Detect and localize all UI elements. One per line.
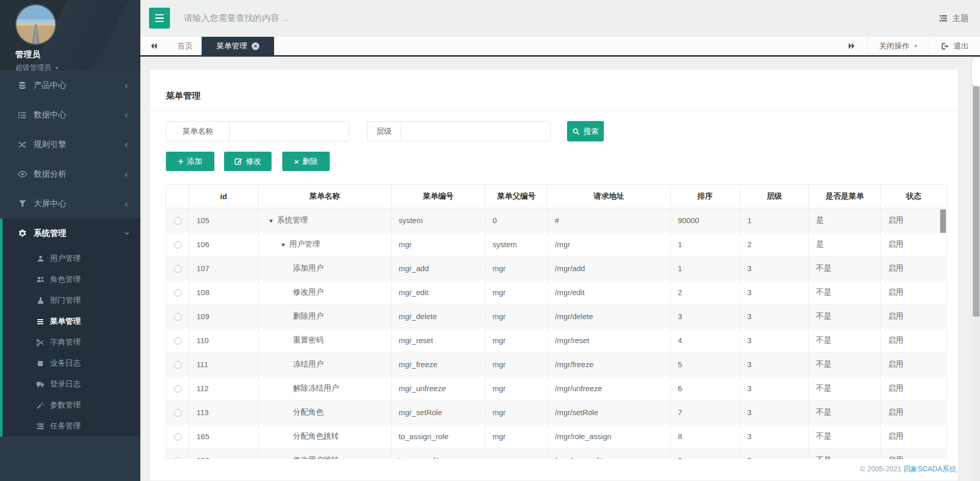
row-radio[interactable] — [174, 289, 182, 297]
cell-menu-code: system — [391, 208, 485, 232]
app-window: 管理员 超级管理员 ▼ 产品中心‹数据中心‹规则引擎‹数据分析‹大屏中心‹系统管… — [0, 0, 980, 481]
col-status: 状态 — [881, 185, 947, 208]
sidebar-item-user-management[interactable]: 用户管理 — [3, 248, 140, 269]
global-search-input[interactable] — [184, 8, 500, 29]
menu-table-container: id 菜单名称 菜单编号 菜单父编号 请求地址 排序 层级 是否是菜单 状态 1… — [166, 184, 947, 459]
cell-menu-code: mgr_add — [391, 256, 485, 280]
cell-is-menu: 不是 — [809, 376, 881, 400]
tab-close-icon[interactable]: × — [252, 42, 259, 50]
chevron-left-icon: ‹ — [124, 80, 128, 91]
avatar[interactable] — [15, 4, 56, 45]
cell-is-menu: 不是 — [809, 400, 881, 424]
tree-caret-icon[interactable]: ▼ — [280, 242, 286, 248]
table-row: 107添加用户mgr_addmgr/mgr/add13不是启用 — [166, 256, 947, 280]
cell-parent-code: mgr — [485, 424, 548, 448]
cell-id: 113 — [189, 400, 258, 424]
cell-level: 3 — [740, 280, 809, 304]
sidebar-item-data-analysis[interactable]: 数据分析‹ — [0, 159, 140, 189]
page-scrollbar-thumb[interactable] — [973, 86, 979, 317]
row-radio[interactable] — [174, 361, 182, 369]
cell-id: 111 — [189, 352, 258, 376]
row-radio[interactable] — [174, 337, 182, 345]
cell-id: 108 — [189, 280, 258, 304]
row-radio[interactable] — [174, 217, 182, 225]
row-radio[interactable] — [174, 409, 182, 417]
cell-sort: 90000 — [671, 208, 740, 232]
sidebar-item-product-center[interactable]: 产品中心‹ — [0, 70, 140, 100]
row-radio[interactable] — [174, 241, 182, 249]
cell-menu-name: 冻结用户 — [258, 352, 391, 376]
tab-menu-management[interactable]: 菜单管理 × — [202, 37, 274, 55]
sidebar-item-param-management[interactable]: 参数管理 — [3, 395, 140, 416]
hamburger-menu-button[interactable] — [149, 8, 170, 29]
row-radio[interactable] — [174, 385, 182, 393]
row-radio[interactable] — [174, 265, 182, 273]
logout-button[interactable]: 退出 — [929, 37, 980, 55]
cell-id: 105 — [189, 208, 258, 232]
road-photo — [16, 5, 55, 44]
cell-parent-code: mgr — [485, 376, 548, 400]
sidebar-item-system-management[interactable]: 系统管理‹ — [3, 219, 140, 248]
footer: © 2005-2021 四象SCADA系统 — [860, 465, 957, 474]
tabs-scroll-left-button[interactable] — [150, 37, 158, 55]
delete-button[interactable]: × 删除 — [282, 152, 330, 171]
cell-status: 启用 — [881, 304, 947, 328]
sidebar-item-business-log[interactable]: 业务日志 — [3, 353, 140, 374]
sidebar-item-task-management[interactable]: 任务管理 — [3, 416, 140, 437]
cell-id: 166 — [189, 448, 258, 460]
sidebar-item-login-log[interactable]: 登录日志 — [3, 374, 140, 395]
tabs-scroll-right-button[interactable] — [837, 37, 867, 55]
sidebar-item-menu-management[interactable]: 菜单管理 — [3, 311, 140, 332]
cell-sort: 6 — [671, 376, 740, 400]
cell-status: 启用 — [881, 256, 947, 280]
sidebar-item-screen-center[interactable]: 大屏中心‹ — [0, 189, 140, 219]
close-operations-dropdown[interactable]: 关闭操作 ▼ — [867, 37, 929, 55]
tab-home[interactable]: 首页 — [168, 37, 202, 55]
cell-menu-name: 删除用户 — [258, 304, 391, 328]
cell-is-menu: 不是 — [809, 352, 881, 376]
user-profile: 管理员 超级管理员 ▼ — [0, 0, 140, 70]
row-radio[interactable] — [174, 313, 182, 321]
chevron-left-icon: ‹ — [124, 169, 128, 180]
cell-level: 1 — [740, 208, 809, 232]
sidebar-item-role-management[interactable]: 角色管理 — [3, 269, 140, 290]
double-right-icon — [848, 42, 856, 50]
search-button[interactable]: 搜索 — [567, 121, 604, 141]
cell-parent-code: mgr — [485, 400, 548, 424]
sidebar-item-label: 数据中心 — [34, 110, 66, 121]
cell-status: 启用 — [881, 280, 947, 304]
filter-menu-name: 菜单名称 — [166, 121, 349, 141]
sidebar-item-data-center[interactable]: 数据中心‹ — [0, 100, 140, 130]
cell-menu-name: 解除冻结用户 — [258, 376, 391, 400]
sidebar-item-rule-engine[interactable]: 规则引擎‹ — [0, 130, 140, 159]
row-radio[interactable] — [174, 433, 182, 441]
edit-button[interactable]: 修改 — [224, 152, 272, 171]
brand-link[interactable]: 四象SCADA系统 — [903, 465, 957, 473]
filter-menu-name-input[interactable] — [230, 122, 349, 141]
cell-request-url: /mgr/edit — [548, 280, 671, 304]
tree-caret-icon[interactable]: ▼ — [268, 218, 274, 224]
cell-menu-name: 修改用户跳转 — [258, 448, 391, 460]
sidebar-item-dict-management[interactable]: 字典管理 — [3, 332, 140, 353]
cell-menu-name: ▼系统管理 — [258, 208, 391, 232]
row-radio[interactable] — [174, 457, 182, 459]
cell-parent-code: system — [485, 232, 548, 256]
cell-parent-code: mgr — [485, 304, 548, 328]
table-row: 105▼系统管理system0#900001是启用 — [166, 208, 947, 232]
cell-level: 3 — [740, 352, 809, 376]
cell-sort: 1 — [671, 256, 740, 280]
cell-sort: 8 — [671, 424, 740, 448]
sidebar-item-dept-management[interactable]: 部门管理 — [3, 290, 140, 311]
theme-button[interactable]: 主题 — [938, 0, 969, 37]
cell-menu-code: mgr_edit — [391, 280, 485, 304]
add-button[interactable]: + 添加 — [166, 152, 214, 171]
table-scrollbar-thumb[interactable] — [940, 209, 946, 233]
menu-table: id 菜单名称 菜单编号 菜单父编号 请求地址 排序 层级 是否是菜单 状态 1… — [166, 184, 947, 459]
cell-is-menu: 是 — [809, 208, 881, 232]
edit-button-label: 修改 — [246, 157, 261, 166]
col-menu-name: 菜单名称 — [258, 185, 391, 208]
filter-level-label: 层级 — [368, 122, 401, 141]
col-request-url: 请求地址 — [548, 185, 671, 208]
filter-level-input[interactable] — [401, 122, 550, 141]
cell-status: 启用 — [881, 232, 947, 256]
